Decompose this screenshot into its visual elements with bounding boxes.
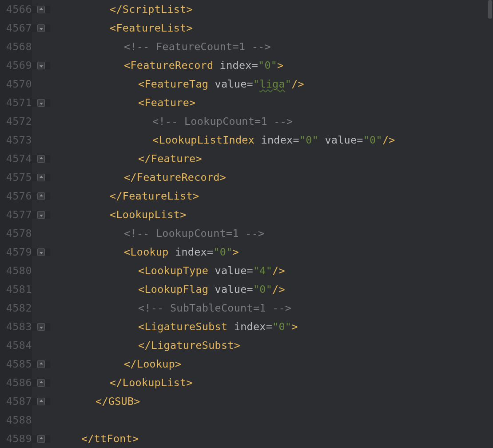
- token-tag: Lookup: [137, 358, 175, 370]
- token-bkt: </: [110, 376, 123, 389]
- token-tag: Feature: [144, 96, 189, 109]
- code-line[interactable]: 4566</ScriptList>: [0, 0, 493, 19]
- token-txt: [318, 134, 325, 146]
- fold-toggle-open-icon[interactable]: [37, 99, 45, 107]
- code-content[interactable]: </LookupList>: [50, 373, 493, 392]
- fold-toggle-open-icon[interactable]: [37, 211, 45, 219]
- fold-toggle-close-icon[interactable]: [37, 379, 45, 387]
- code-line[interactable]: 4579<Lookup index="0">: [0, 243, 493, 261]
- code-content[interactable]: </ScriptList>: [50, 0, 493, 19]
- code-content[interactable]: <LookupType value="4"/>: [50, 261, 493, 280]
- token-bkt: <: [110, 22, 116, 34]
- code-line[interactable]: 4569<FeatureRecord index="0">: [0, 56, 493, 75]
- token-bkt: <: [110, 208, 116, 221]
- token-bkt: </: [124, 171, 137, 184]
- token-eq: =: [247, 264, 253, 277]
- token-bkt: >: [187, 22, 193, 34]
- code-line[interactable]: 4589</ttFont>: [0, 429, 493, 448]
- code-content[interactable]: <!-- LookupCount=1 -->: [50, 224, 493, 243]
- code-line[interactable]: 4585</Lookup>: [0, 355, 493, 373]
- code-content[interactable]: <Lookup index="0">: [50, 243, 493, 261]
- code-content[interactable]: <!-- LookupCount=1 -->: [50, 112, 493, 131]
- code-content[interactable]: <FeatureRecord index="0">: [50, 56, 493, 75]
- fold-toggle-open-icon[interactable]: [37, 248, 45, 256]
- fold-toggle-close-icon[interactable]: [37, 398, 45, 405]
- code-content[interactable]: <LookupFlag value="0"/>: [50, 280, 493, 299]
- fold-toggle-close-icon[interactable]: [37, 174, 45, 181]
- code-content[interactable]: <!-- SubTableCount=1 -->: [50, 299, 493, 317]
- token-tag: LookupType: [144, 264, 208, 277]
- code-line[interactable]: 4583<LigatureSubst index="0">: [0, 317, 493, 336]
- code-line[interactable]: 4587</GSUB>: [0, 392, 493, 411]
- code-line[interactable]: 4568<!-- FeatureCount=1 -->: [0, 37, 493, 56]
- code-content[interactable]: </Lookup>: [50, 355, 493, 373]
- code-content[interactable]: <LookupListIndex index="0" value="0"/>: [50, 131, 493, 149]
- code-content[interactable]: </LigatureSubst>: [50, 336, 493, 355]
- line-number: 4583: [0, 317, 32, 336]
- token-attr: index: [234, 320, 266, 333]
- token-bkt: >: [180, 208, 186, 221]
- line-number: 4588: [0, 411, 32, 429]
- code-line[interactable]: 4581<LookupFlag value="0"/>: [0, 280, 493, 299]
- fold-gutter: [32, 398, 50, 405]
- token-cmt: <!-- SubTableCount=1 -->: [138, 302, 291, 314]
- token-eq: =: [266, 320, 272, 333]
- token-q: ": [253, 78, 259, 90]
- code-content[interactable]: </FeatureList>: [50, 187, 493, 205]
- fold-toggle-open-icon[interactable]: [37, 62, 45, 69]
- line-number: 4586: [0, 373, 32, 392]
- token-q: ": [299, 134, 306, 146]
- token-attr: value: [215, 78, 247, 90]
- code-line[interactable]: 4575</FeatureRecord>: [0, 168, 493, 187]
- line-number: 4584: [0, 336, 32, 355]
- code-content[interactable]: </ttFont>: [50, 429, 493, 448]
- token-txt: [227, 320, 234, 333]
- fold-toggle-close-icon[interactable]: [37, 360, 45, 368]
- token-txt: [208, 78, 215, 90]
- line-number: 4587: [0, 392, 32, 411]
- code-content[interactable]: <Feature>: [50, 93, 493, 112]
- fold-toggle-close-icon[interactable]: [37, 6, 45, 13]
- token-q: ": [272, 320, 278, 333]
- code-line[interactable]: 4588: [0, 411, 493, 429]
- code-line[interactable]: 4573<LookupListIndex index="0" value="0"…: [0, 131, 493, 149]
- token-q: ": [312, 134, 318, 146]
- code-content[interactable]: </Feature>: [50, 149, 493, 168]
- code-content[interactable]: <FeatureList>: [50, 19, 493, 37]
- code-editor[interactable]: 4566</ScriptList>4567<FeatureList>4568<!…: [0, 0, 493, 448]
- code-content[interactable]: <LookupList>: [50, 205, 493, 224]
- code-line[interactable]: 4580<LookupType value="4"/>: [0, 261, 493, 280]
- code-line[interactable]: 4584</LigatureSubst>: [0, 336, 493, 355]
- code-line[interactable]: 4570<FeatureTag value="liga"/>: [0, 75, 493, 93]
- code-line[interactable]: 4574</Feature>: [0, 149, 493, 168]
- code-line[interactable]: 4578<!-- LookupCount=1 -->: [0, 224, 493, 243]
- code-line[interactable]: 4576</FeatureList>: [0, 187, 493, 205]
- fold-gutter: [32, 323, 50, 331]
- code-line[interactable]: 4577<LookupList>: [0, 205, 493, 224]
- fold-toggle-close-icon[interactable]: [37, 155, 45, 163]
- fold-gutter: [32, 24, 50, 32]
- code-content[interactable]: <LigatureSubst index="0">: [50, 317, 493, 336]
- fold-toggle-open-icon[interactable]: [37, 323, 45, 331]
- token-bkt: </: [138, 339, 151, 352]
- code-line[interactable]: 4571<Feature>: [0, 93, 493, 112]
- code-line[interactable]: 4586</LookupList>: [0, 373, 493, 392]
- code-content[interactable]: <FeatureTag value="liga"/>: [50, 75, 493, 93]
- code-content[interactable]: </GSUB>: [50, 392, 493, 411]
- code-line[interactable]: 4582<!-- SubTableCount=1 -->: [0, 299, 493, 317]
- code-line[interactable]: 4567<FeatureList>: [0, 19, 493, 37]
- code-content[interactable]: [50, 411, 493, 429]
- code-content[interactable]: <!-- FeatureCount=1 -->: [50, 37, 493, 56]
- fold-gutter: [32, 248, 50, 256]
- scrollbar-thumb[interactable]: [488, 0, 492, 19]
- token-bkt: >: [195, 152, 202, 165]
- code-content[interactable]: </FeatureRecord>: [50, 168, 493, 187]
- fold-gutter: [32, 155, 50, 163]
- token-eq: =: [207, 246, 213, 258]
- code-line[interactable]: 4572<!-- LookupCount=1 -->: [0, 112, 493, 131]
- fold-toggle-close-icon[interactable]: [37, 435, 45, 443]
- fold-toggle-open-icon[interactable]: [37, 24, 45, 32]
- vertical-scrollbar[interactable]: [487, 0, 493, 448]
- token-bkt: >: [132, 432, 139, 445]
- fold-toggle-close-icon[interactable]: [37, 192, 45, 200]
